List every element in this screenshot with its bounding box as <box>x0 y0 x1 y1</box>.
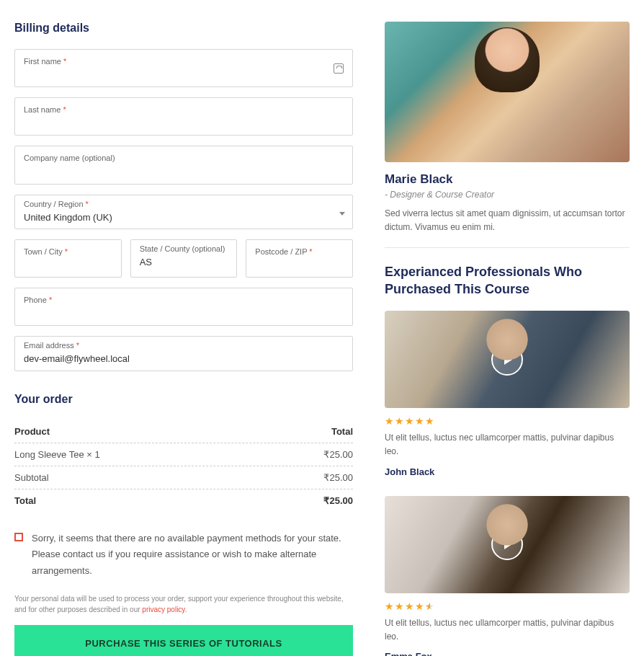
rating-stars: ★★★★★ <box>385 600 630 612</box>
testimonial-1: ★★★★★ Ut elit tellus, luctus nec ullamco… <box>385 311 630 477</box>
header-total: Total <box>331 426 353 437</box>
order-total-row: Total ₹25.00 <box>14 489 353 512</box>
total-value: ₹25.00 <box>323 495 353 506</box>
testimonial-author: Emma Fox <box>385 651 630 656</box>
instructor-image <box>385 22 630 162</box>
postcode-field[interactable]: Postcode / ZIP * <box>246 239 353 278</box>
warning-icon <box>14 533 23 541</box>
play-icon[interactable] <box>491 528 523 560</box>
company-label: Company name (optional) <box>24 154 344 163</box>
country-value: United Kingdom (UK) <box>24 212 344 223</box>
email-field[interactable]: Email address * <box>14 336 353 371</box>
item-total: ₹25.00 <box>323 449 353 460</box>
header-product: Product <box>14 426 50 437</box>
city-label: Town / City * <box>24 247 112 257</box>
email-input[interactable] <box>24 353 344 364</box>
postcode-label: Postcode / ZIP * <box>255 247 344 257</box>
payment-notice: Sorry, it seems that there are no availa… <box>14 531 353 578</box>
order-item-row: Long Sleeve Tee × 1 ₹25.00 <box>14 443 353 466</box>
first-name-label: First name * <box>24 57 344 66</box>
subtotal-label: Subtotal <box>14 472 49 483</box>
country-label: Country / Region * <box>24 200 344 209</box>
last-name-label: Last name * <box>24 105 344 115</box>
state-label: State / County (optional) <box>140 244 228 254</box>
state-field[interactable]: State / County (optional) <box>130 239 238 278</box>
testimonial-video-1[interactable] <box>385 311 630 408</box>
testimonial-text: Ut elit tellus, luctus nec ullamcorper m… <box>385 431 630 458</box>
phone-field[interactable]: Phone * <box>14 288 353 326</box>
purchase-button[interactable]: PURCHASE THIS SERIES OF TUTORIALS <box>14 625 353 656</box>
country-select[interactable]: Country / Region * United Kingdom (UK) <box>14 195 353 229</box>
rating-stars: ★★★★★ <box>385 415 630 427</box>
testimonial-video-2[interactable] <box>385 496 630 593</box>
testimonial-text: Ut elit tellus, luctus nec ullamcorper m… <box>385 616 630 644</box>
phone-label: Phone * <box>24 296 344 305</box>
order-header-row: Product Total <box>14 420 353 443</box>
privacy-text: Your personal data will be used to proce… <box>14 593 353 615</box>
privacy-policy-link[interactable]: privacy policy <box>142 606 184 613</box>
company-field[interactable]: Company name (optional) <box>14 146 353 184</box>
state-input[interactable] <box>140 257 228 267</box>
notice-text: Sorry, it seems that there are no availa… <box>32 531 353 578</box>
total-label: Total <box>14 495 36 506</box>
experts-title: Experianced Professionals Who Purchased … <box>385 264 630 298</box>
subtotal-value: ₹25.00 <box>323 472 353 483</box>
contact-icon <box>334 63 344 74</box>
chevron-down-icon <box>339 212 345 216</box>
instructor-name: Marie Black <box>385 172 630 187</box>
testimonial-2: ★★★★★ Ut elit tellus, luctus nec ullamco… <box>385 496 630 656</box>
email-label: Email address * <box>24 341 344 350</box>
order-table: Product Total Long Sleeve Tee × 1 ₹25.00… <box>14 420 353 512</box>
play-icon[interactable] <box>491 344 523 376</box>
testimonial-author: John Black <box>385 466 630 477</box>
instructor-role: - Designer & Course Creator <box>385 190 630 200</box>
billing-title: Billing details <box>14 22 353 35</box>
first-name-field[interactable]: First name * <box>14 49 353 87</box>
item-name: Long Sleeve Tee × 1 <box>14 449 100 460</box>
city-field[interactable]: Town / City * <box>14 239 122 278</box>
last-name-field[interactable]: Last name * <box>14 97 353 136</box>
instructor-bio: Sed viverra lectus sit amet quam digniss… <box>385 207 630 248</box>
order-subtotal-row: Subtotal ₹25.00 <box>14 466 353 489</box>
order-title: Your order <box>14 393 353 406</box>
